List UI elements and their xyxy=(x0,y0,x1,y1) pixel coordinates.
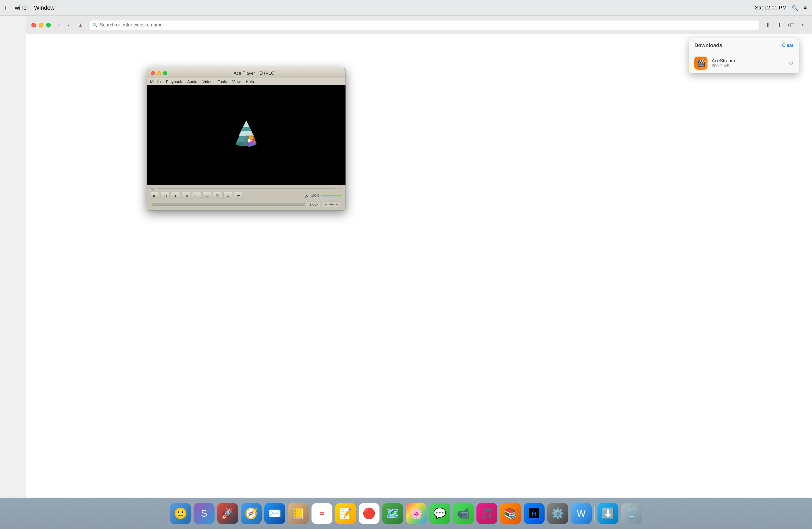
vlc-menu-audio[interactable]: Audio xyxy=(187,79,197,84)
calendar-icon: 23 xyxy=(320,512,324,516)
vlc-volume-bar[interactable] xyxy=(321,195,342,196)
vlc-time-display: --:--/--:-- xyxy=(323,201,340,207)
vlc-speed-display[interactable]: 1.00x xyxy=(307,201,321,207)
vlc-volume-icon: 🔊 xyxy=(305,193,309,198)
maximize-button[interactable] xyxy=(46,23,51,28)
back-button[interactable]: ‹ xyxy=(55,21,63,29)
address-input[interactable] xyxy=(100,22,755,28)
siri-icon: S xyxy=(201,508,207,519)
dock-item-messages[interactable]: 💬 xyxy=(429,503,450,524)
dock-item-siri[interactable]: S xyxy=(193,503,215,524)
vlc-menu-view[interactable]: View xyxy=(232,79,241,84)
vlc-volume-fill xyxy=(321,195,342,196)
browser-content xyxy=(26,34,812,498)
vlc-shuffle-button[interactable]: ⇌ xyxy=(234,192,243,199)
vlc-equalizer-button[interactable]: ≡≡ xyxy=(202,192,212,199)
vlc-close-button[interactable] xyxy=(150,71,155,75)
dock-item-mail[interactable]: ✉️ xyxy=(264,503,285,524)
vlc-video-area xyxy=(147,85,346,185)
dock-item-contacts[interactable]: 📒 xyxy=(288,503,309,524)
apple-menu[interactable]:  xyxy=(5,4,8,12)
download-app-icon: 🎬 xyxy=(694,57,708,70)
vlc-menu-help[interactable]: Help xyxy=(246,79,254,84)
menubar-time: Sat 12:01 PM xyxy=(755,5,787,11)
sidebar-toggle-button[interactable]: ⊞ xyxy=(76,21,84,29)
dock-divider xyxy=(594,506,595,521)
menubar-right: Sat 12:01 PM 🔍 ≡ xyxy=(755,5,807,11)
dock-item-safari[interactable]: 🧭 xyxy=(241,503,262,524)
dock-item-appstore[interactable]: 🅰 xyxy=(524,503,545,524)
downloads-header: Downloads Clear xyxy=(689,38,799,53)
safari-icon: 🧭 xyxy=(245,507,258,519)
dock-item-reminders[interactable]: 🔴 xyxy=(359,503,379,524)
vlc-play-button[interactable]: ▶ xyxy=(150,192,159,199)
add-tab-button[interactable]: + xyxy=(798,21,807,30)
dock-item-photos[interactable]: 🌸 xyxy=(406,503,427,524)
download-size: 200.7 MB xyxy=(712,64,785,68)
clear-button[interactable]: Clear xyxy=(782,43,793,48)
dock-item-notes[interactable]: 📝 xyxy=(335,503,356,524)
search-icon: 🔍 xyxy=(92,23,98,28)
vlc-titlebar: Ace Player HD (VLC) xyxy=(147,68,346,78)
dock-item-downloads[interactable]: ⬇️ xyxy=(597,503,619,524)
dock-item-finder[interactable]: 🙂 xyxy=(170,503,191,524)
vlc-buttons-row: ▶ ⏮ ■ ⏭ ⛶ ≡≡ ☰ ↺ ⇌ 🔊 100% xyxy=(150,192,342,199)
menubar-app-name[interactable]: wine xyxy=(15,4,27,11)
appstore-icon: 🅰 xyxy=(529,508,539,519)
download-item: 🎬 AceStream 200.7 MB ⊙ xyxy=(689,53,799,73)
browser-actions: ⬇ ⬆ +☐ + xyxy=(763,21,807,30)
search-icon[interactable]: 🔍 xyxy=(792,5,798,11)
vlc-minimize-button[interactable] xyxy=(157,71,161,75)
browser-traffic-lights xyxy=(31,23,51,28)
menubar-window[interactable]: Window xyxy=(34,4,55,11)
vlc-prev-button[interactable]: ⏮ xyxy=(161,192,170,199)
dock-item-itunes[interactable]: 🎵 xyxy=(477,503,497,524)
vlc-menu-tools[interactable]: Tools xyxy=(218,79,227,84)
browser-toolbar: ‹ › ⊞ 🔍 ⬇ ⬆ +☐ + xyxy=(26,16,812,34)
dock: 🙂 S 🚀 🧭 ✉️ 📒 23 📝 🔴 🗺️ 🌸 xyxy=(0,498,812,529)
download-reveal-icon[interactable]: ⊙ xyxy=(789,60,793,66)
vlc-logo xyxy=(233,119,259,150)
dock-item-calendar[interactable]: 23 xyxy=(311,503,332,524)
download-button[interactable]: ⬇ xyxy=(763,21,772,30)
reading-list-button[interactable]: +☐ xyxy=(786,21,795,30)
trash-icon: 🗑️ xyxy=(625,507,638,519)
desktop:  wine Window Sat 12:01 PM 🔍 ≡ ‹ › ⊞ 🔍 xyxy=(0,0,812,529)
prefs-icon: ⚙️ xyxy=(551,507,564,519)
address-bar[interactable]: 🔍 xyxy=(88,20,759,30)
itunes-icon: 🎵 xyxy=(480,507,493,519)
vlc-playlist-button[interactable]: ☰ xyxy=(213,192,222,199)
vlc-bottom-row: 1.00x --:--/--:-- xyxy=(150,200,342,208)
vlc-window: Ace Player HD (VLC) Media Playback Audio… xyxy=(147,68,346,210)
vlc-loop-button[interactable]: ↺ xyxy=(223,192,232,199)
vlc-next-button[interactable]: ⏭ xyxy=(182,192,190,199)
downloads-panel: Downloads Clear 🎬 AceStream 200.7 MB ⊙ xyxy=(689,38,799,74)
vlc-menu-playback[interactable]: Playback xyxy=(166,79,182,84)
nav-buttons: ‹ › xyxy=(55,21,72,29)
vlc-volume-label: 100% xyxy=(311,194,319,197)
vlc-menu-media[interactable]: Media xyxy=(150,79,161,84)
vlc-fullscreen-btn[interactable]: ⛶ xyxy=(192,192,201,199)
minimize-button[interactable] xyxy=(39,23,43,28)
vlc-stop-button[interactable]: ■ xyxy=(171,192,180,199)
vlc-seek-bar[interactable] xyxy=(152,203,305,206)
vlc-fullscreen-button[interactable] xyxy=(163,71,168,75)
dock-item-system-preferences[interactable]: ⚙️ xyxy=(547,503,568,524)
close-button[interactable] xyxy=(31,23,36,28)
vlc-menu-video[interactable]: Video xyxy=(202,79,213,84)
downloads-title: Downloads xyxy=(694,42,722,48)
dock-item-maps[interactable]: 🗺️ xyxy=(382,503,403,524)
reminders-icon: 🔴 xyxy=(363,507,376,519)
notification-icon[interactable]: ≡ xyxy=(803,5,807,11)
notes-icon: 📝 xyxy=(339,507,352,519)
books-icon: 📚 xyxy=(504,507,517,519)
launchpad-icon: 🚀 xyxy=(221,507,234,519)
dock-item-books[interactable]: 📚 xyxy=(500,503,521,524)
vlc-progress-bar[interactable] xyxy=(158,188,334,189)
dock-item-trash[interactable]: 🗑️ xyxy=(621,503,642,524)
dock-item-facetime[interactable]: 📹 xyxy=(453,503,474,524)
dock-item-wine[interactable]: W xyxy=(571,503,592,524)
dock-item-launchpad[interactable]: 🚀 xyxy=(217,503,238,524)
forward-button[interactable]: › xyxy=(64,21,72,29)
share-button[interactable]: ⬆ xyxy=(775,21,784,30)
